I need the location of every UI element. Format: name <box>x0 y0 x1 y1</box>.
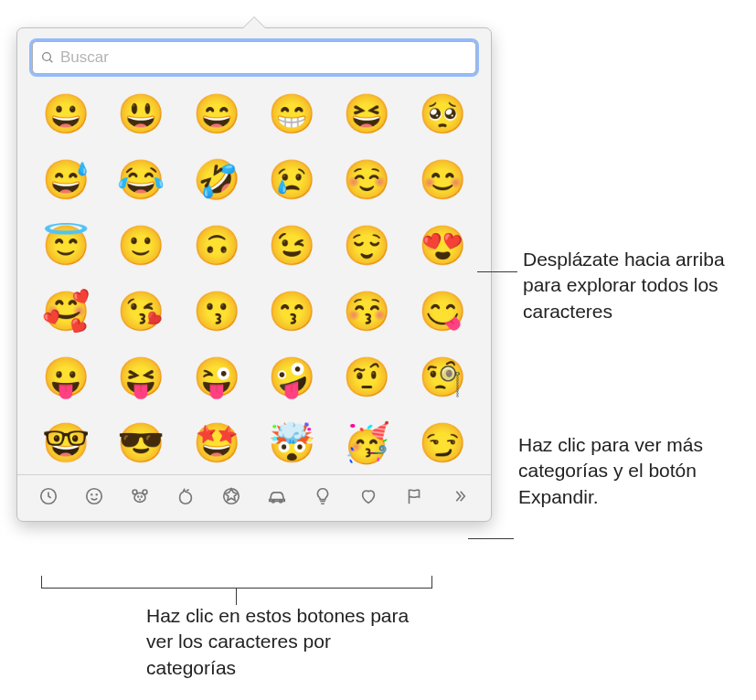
category-activity[interactable] <box>211 483 251 510</box>
emoji-cell[interactable]: 😇 <box>44 224 88 268</box>
svg-point-4 <box>91 494 92 495</box>
character-viewer-popover: 😀😃😄😁😆🥺😅😂🤣😢☺️😊😇🙂🙃😉😌😍🥰😘😗😙😚😋😛😝😜🤪🤨🧐🤓😎🤩🤯🥳😏 <box>16 27 492 522</box>
emoji-cell[interactable]: 🤯 <box>270 421 314 465</box>
callout-leader <box>468 538 514 539</box>
category-food[interactable] <box>165 483 206 510</box>
callout-more: Haz clic para ver más categorías y el bo… <box>518 432 751 510</box>
search-field[interactable] <box>32 41 476 74</box>
emoji-cell[interactable]: 🥰 <box>44 290 88 334</box>
more-categories-button[interactable] <box>440 483 480 510</box>
emoji-cell[interactable]: 🙂 <box>119 224 163 268</box>
emoji-cell[interactable]: 😚 <box>345 290 389 334</box>
callout-bracket <box>41 576 432 589</box>
emoji-cell[interactable]: 🧐 <box>421 355 464 399</box>
category-symbols[interactable] <box>348 483 389 510</box>
emoji-cell[interactable]: 😁 <box>270 92 314 136</box>
svg-point-0 <box>43 53 51 61</box>
svg-point-3 <box>87 489 102 504</box>
emoji-cell[interactable]: 🥺 <box>421 92 464 136</box>
emoji-cell[interactable]: 😂 <box>119 158 163 202</box>
search-icon <box>40 50 55 65</box>
category-smileys[interactable] <box>74 483 114 510</box>
emoji-cell[interactable]: 🤨 <box>345 355 389 399</box>
category-animals[interactable] <box>120 483 160 510</box>
category-flags[interactable] <box>394 483 434 510</box>
emoji-cell[interactable]: 😛 <box>44 355 88 399</box>
svg-point-9 <box>138 496 139 497</box>
emoji-cell[interactable]: 😋 <box>421 290 464 334</box>
emoji-cell[interactable]: 😆 <box>345 92 389 136</box>
callout-scroll: Desplázate hacia arriba para explorar to… <box>523 247 742 324</box>
emoji-cell[interactable]: 😘 <box>119 290 163 334</box>
category-travel[interactable] <box>257 483 297 510</box>
emoji-cell[interactable]: 😊 <box>421 158 464 202</box>
emoji-cell[interactable]: 🥳 <box>345 421 389 465</box>
emoji-cell[interactable]: 🙃 <box>195 224 239 268</box>
emoji-cell[interactable]: 😢 <box>270 158 314 202</box>
emoji-cell[interactable]: 😍 <box>421 224 464 268</box>
emoji-cell[interactable]: ☺️ <box>345 158 389 202</box>
emoji-cell[interactable]: 🤩 <box>195 421 239 465</box>
svg-point-10 <box>141 496 142 497</box>
search-input[interactable] <box>60 48 468 67</box>
svg-point-8 <box>143 490 147 494</box>
svg-point-11 <box>224 489 240 504</box>
emoji-cell[interactable]: 😗 <box>195 290 239 334</box>
category-recent[interactable] <box>28 483 69 510</box>
emoji-cell[interactable]: 😅 <box>44 158 88 202</box>
emoji-cell[interactable]: 😉 <box>270 224 314 268</box>
emoji-cell[interactable]: 😝 <box>119 355 163 399</box>
search-row <box>17 28 491 83</box>
emoji-cell[interactable]: 😌 <box>345 224 389 268</box>
emoji-cell[interactable]: 😏 <box>421 421 464 465</box>
emoji-grid: 😀😃😄😁😆🥺😅😂🤣😢☺️😊😇🙂🙃😉😌😍🥰😘😗😙😚😋😛😝😜🤪🤨🧐🤓😎🤩🤯🥳😏 <box>17 83 491 474</box>
category-objects[interactable] <box>303 483 343 510</box>
emoji-cell[interactable]: 😎 <box>119 421 163 465</box>
emoji-cell[interactable]: 🤓 <box>44 421 88 465</box>
category-bar <box>17 474 491 521</box>
emoji-cell[interactable]: 😄 <box>195 92 239 136</box>
emoji-cell[interactable]: 🤣 <box>195 158 239 202</box>
emoji-cell[interactable]: 😃 <box>119 92 163 136</box>
svg-point-5 <box>96 494 97 495</box>
svg-line-1 <box>49 59 52 62</box>
emoji-cell[interactable]: 😙 <box>270 290 314 334</box>
emoji-cell[interactable]: 🤪 <box>270 355 314 399</box>
svg-point-7 <box>133 490 137 494</box>
emoji-cell[interactable]: 😜 <box>195 355 239 399</box>
callout-leader <box>477 271 517 272</box>
emoji-cell[interactable]: 😀 <box>44 92 88 136</box>
callout-categories: Haz clic en estos botones para ver los c… <box>146 603 421 681</box>
